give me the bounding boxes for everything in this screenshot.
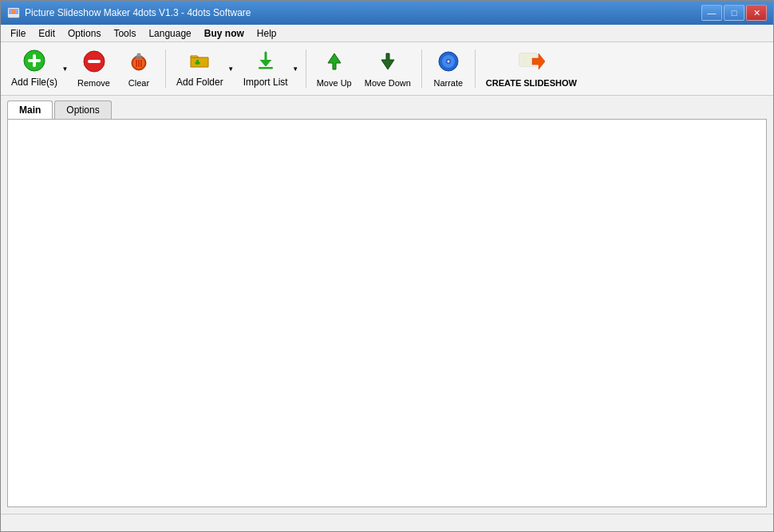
separator-2 <box>306 49 306 88</box>
add-folder-label: Add Folder <box>176 77 223 88</box>
svg-rect-12 <box>137 53 140 57</box>
svg-rect-6 <box>28 59 41 62</box>
create-slideshow-icon <box>518 50 545 76</box>
add-files-button[interactable]: Add File(s) <box>6 45 61 92</box>
menu-help[interactable]: Help <box>251 26 283 41</box>
close-button[interactable]: ✕ <box>746 5 767 21</box>
add-files-icon <box>23 49 45 74</box>
add-files-split-button: Add File(s) ▼ <box>6 45 70 92</box>
tab-content-main <box>7 119 767 507</box>
menu-bar: File Edit Options Tools Language Buy now… <box>1 25 773 42</box>
move-down-icon <box>377 50 399 76</box>
import-list-button[interactable]: Import List <box>238 45 291 92</box>
minimize-button[interactable]: — <box>701 5 722 21</box>
narrate-button[interactable]: Narrate <box>427 46 470 92</box>
status-bar <box>1 514 773 531</box>
add-folder-split-button: Add Folder ▼ <box>171 45 236 92</box>
menu-tools[interactable]: Tools <box>107 26 142 41</box>
import-list-icon <box>255 49 277 74</box>
tab-bar: Main Options <box>1 96 773 119</box>
content-area: Main Options <box>1 96 773 514</box>
narrate-label: Narrate <box>433 78 463 88</box>
app-window: Picture Slideshow Maker 4dots V1.3 - 4do… <box>0 0 774 532</box>
create-slideshow-button[interactable]: CREATE SLIDESHOW <box>480 46 582 92</box>
window-title: Picture Slideshow Maker 4dots V1.3 - 4do… <box>25 7 701 18</box>
svg-rect-2 <box>9 15 18 17</box>
svg-rect-17 <box>195 62 200 65</box>
menu-options[interactable]: Options <box>61 26 107 41</box>
create-slideshow-label: CREATE SLIDESHOW <box>486 78 577 88</box>
import-list-dropdown-button[interactable]: ▼ <box>291 45 301 92</box>
title-bar: Picture Slideshow Maker 4dots V1.3 - 4do… <box>1 1 773 25</box>
move-up-button[interactable]: Move Up <box>311 46 357 92</box>
add-folder-icon <box>188 49 211 74</box>
svg-point-3 <box>12 10 16 14</box>
add-folder-dropdown-button[interactable]: ▼ <box>227 45 236 92</box>
svg-rect-18 <box>259 67 273 69</box>
separator-1 <box>165 49 166 88</box>
menu-language[interactable]: Language <box>142 26 197 41</box>
import-list-label: Import List <box>243 77 288 88</box>
svg-point-22 <box>447 60 449 62</box>
move-down-label: Move Down <box>365 78 411 88</box>
remove-label: Remove <box>77 78 110 88</box>
separator-4 <box>475 49 476 88</box>
move-down-button[interactable]: Move Down <box>359 46 417 92</box>
remove-button[interactable]: Remove <box>72 46 116 92</box>
menu-edit[interactable]: Edit <box>32 26 61 41</box>
clear-button[interactable]: Clear <box>117 46 160 92</box>
add-files-dropdown-button[interactable]: ▼ <box>61 45 70 92</box>
tab-main[interactable]: Main <box>7 100 53 119</box>
menu-file[interactable]: File <box>4 26 32 41</box>
svg-rect-8 <box>88 60 101 63</box>
add-folder-button[interactable]: Add Folder <box>171 45 227 92</box>
remove-icon <box>83 50 105 76</box>
tab-options[interactable]: Options <box>54 100 111 119</box>
clear-label: Clear <box>128 78 149 88</box>
app-icon <box>7 6 20 19</box>
menu-buynow[interactable]: Buy now <box>198 26 251 41</box>
separator-3 <box>421 49 422 88</box>
narrate-icon <box>437 50 460 76</box>
move-up-icon <box>323 50 346 76</box>
move-up-label: Move Up <box>317 78 352 88</box>
add-files-label: Add File(s) <box>11 77 57 88</box>
maximize-button[interactable]: □ <box>724 5 744 21</box>
toolbar: Add File(s) ▼ Remove <box>1 42 773 96</box>
window-controls: — □ ✕ <box>701 5 767 21</box>
import-list-split-button: Import List ▼ <box>238 45 301 92</box>
clear-icon <box>128 50 150 76</box>
